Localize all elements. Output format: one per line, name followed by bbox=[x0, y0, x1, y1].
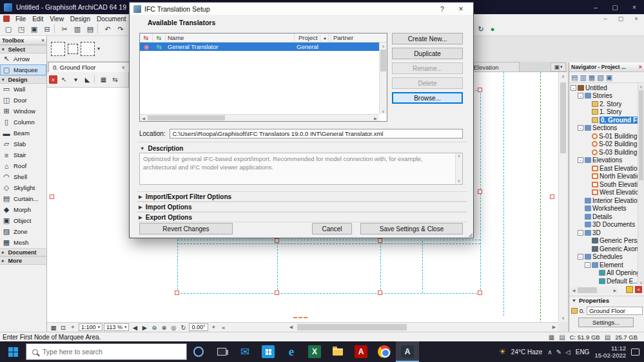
toolbox-item[interactable]: ▾ Design bbox=[0, 75, 46, 84]
description-section-header[interactable]: ▼ Description bbox=[139, 144, 183, 153]
layout-book-icon[interactable]: ▦ bbox=[589, 73, 595, 82]
toolbox-close-icon[interactable]: × bbox=[41, 37, 44, 43]
hotspot-marker[interactable] bbox=[275, 238, 279, 243]
toolbox-item[interactable]: ▣ Object bbox=[0, 215, 46, 226]
menu-item[interactable]: File bbox=[12, 15, 29, 23]
tab-ground-floor[interactable]: 0. Ground Floor × bbox=[48, 62, 130, 72]
close-button[interactable]: × bbox=[625, 0, 644, 14]
properties-panel-icon[interactable] bbox=[626, 286, 633, 293]
tree-item[interactable]: West Elevation bbox=[569, 189, 638, 197]
tree-item[interactable]: 1. Story bbox=[569, 108, 638, 117]
tree-item[interactable]: 0. Ground Floor bbox=[569, 116, 638, 124]
expand-box-icon[interactable]: - bbox=[578, 230, 583, 236]
toolbox-item[interactable]: ⊞ Window bbox=[0, 106, 46, 117]
pen-icon[interactable]: ✎ bbox=[556, 348, 561, 356]
expand-box-icon[interactable]: - bbox=[578, 125, 583, 131]
revert-changes-button[interactable]: Revert Changes bbox=[139, 223, 233, 234]
marquee-all-story-icon[interactable] bbox=[68, 44, 78, 54]
close-view-icon[interactable]: × bbox=[49, 75, 57, 84]
elevation-marker[interactable] bbox=[550, 195, 554, 199]
toolbox-item[interactable]: ▾ Select bbox=[0, 45, 46, 53]
previous-view-icon[interactable]: ◀ bbox=[130, 323, 139, 332]
navigator-settings-icon[interactable]: ▣ bbox=[606, 73, 612, 82]
tracker-icon[interactable]: ⌖ bbox=[68, 323, 77, 332]
scroll-left-icon[interactable]: ◀ bbox=[140, 115, 147, 121]
scroll-down-icon[interactable]: ∨ bbox=[456, 178, 462, 184]
start-button[interactable] bbox=[0, 341, 26, 362]
transfer-icon[interactable]: ⇆ bbox=[110, 75, 120, 84]
task-view-button[interactable] bbox=[210, 341, 233, 362]
view-map-icon[interactable]: ▥ bbox=[580, 73, 586, 82]
canvas-vertical-scrollbar[interactable]: ∧ ∨ bbox=[558, 72, 567, 322]
scrollbar-thumb[interactable] bbox=[578, 287, 597, 293]
scrollbar-thumb[interactable] bbox=[560, 82, 566, 153]
collapse-chevron-icon[interactable]: « bbox=[219, 323, 228, 332]
scale-select[interactable]: 1:100 ▾ bbox=[79, 323, 102, 331]
cancel-button[interactable]: Cancel bbox=[312, 223, 352, 234]
toolbox-item[interactable]: ≡ Stair bbox=[0, 149, 46, 160]
options-dropdown-icon[interactable]: ▾ bbox=[97, 46, 100, 52]
toolbox-item[interactable]: ◇ Skylight bbox=[0, 182, 46, 193]
edge-icon[interactable] bbox=[280, 341, 303, 362]
zoom-select[interactable]: 113 % ▾ bbox=[104, 323, 129, 331]
location-field[interactable]: C:\Users\Roopa\Graphisoft\IFC Translator… bbox=[170, 129, 463, 138]
collapsed-section-header[interactable]: ▶ Import/Export Filter Options bbox=[137, 191, 467, 202]
minimize-button[interactable]: – bbox=[586, 0, 605, 14]
toolbar-separator[interactable] bbox=[54, 24, 57, 33]
tree-item[interactable]: S-02 Building bbox=[569, 140, 638, 149]
properties-close-icon[interactable]: × bbox=[635, 286, 642, 293]
undo-icon[interactable]: ↶ bbox=[102, 24, 113, 35]
expand-box-icon[interactable]: - bbox=[571, 85, 576, 91]
export-column-icon[interactable]: ⇆ bbox=[153, 33, 166, 43]
toolbox-item[interactable]: ◠ Shell bbox=[0, 171, 46, 182]
tree-item[interactable]: - Untitled bbox=[569, 84, 638, 92]
tree-item[interactable]: East Elevation bbox=[569, 164, 638, 173]
toolbox-item[interactable]: ▱ Slab bbox=[0, 138, 46, 149]
expand-box-icon[interactable]: - bbox=[578, 157, 583, 163]
next-view-icon[interactable]: ▶ bbox=[140, 323, 149, 332]
properties-header[interactable]: ▼ Properties bbox=[569, 296, 644, 304]
toolbox-item[interactable]: ▸ Document bbox=[0, 248, 46, 256]
hotspot-marker[interactable] bbox=[478, 189, 482, 194]
archicad-icon[interactable] bbox=[396, 341, 419, 362]
cortana-button[interactable] bbox=[187, 341, 210, 362]
maximize-button[interactable]: ▢ bbox=[605, 0, 625, 14]
elevation-marker[interactable] bbox=[50, 195, 54, 199]
column-name[interactable]: Name bbox=[166, 33, 295, 43]
marquee-shape-icon[interactable] bbox=[81, 42, 95, 56]
marquee-single-story-icon[interactable] bbox=[51, 42, 65, 56]
dialog-help-button[interactable]: ? bbox=[435, 5, 449, 13]
copy-icon[interactable]: ▥ bbox=[72, 24, 83, 35]
trace-reference-icon[interactable]: ⊡ bbox=[59, 323, 68, 332]
hotspot-marker[interactable] bbox=[478, 291, 482, 295]
zoom-in-icon[interactable]: ⊕ bbox=[159, 323, 168, 332]
toolbox-item[interactable]: ↖ Arrow bbox=[0, 53, 46, 64]
navigator-close-icon[interactable]: × bbox=[639, 64, 642, 70]
grid-tool-icon[interactable]: ▦ bbox=[99, 75, 108, 84]
taskbar-clock[interactable]: 11:12 15-02-2022 bbox=[594, 345, 626, 359]
project-map-icon[interactable]: ▤ bbox=[571, 73, 578, 82]
tree-item[interactable]: Default E... bbox=[569, 277, 638, 285]
tree-item[interactable]: - Sections bbox=[569, 124, 638, 133]
language-indicator[interactable]: ENG bbox=[576, 348, 590, 356]
grid-snap-icon[interactable]: ▦ bbox=[49, 323, 58, 332]
doc-restore-button[interactable]: ▢ bbox=[613, 15, 629, 23]
duplicate-button[interactable]: Duplicate bbox=[392, 48, 463, 59]
toolbar-separator[interactable] bbox=[97, 24, 101, 33]
hotspot-marker[interactable] bbox=[378, 291, 382, 295]
tree-item[interactable]: 3D Documents bbox=[569, 221, 638, 229]
zoom-out-icon[interactable]: ⊖ bbox=[150, 323, 159, 332]
tree-item[interactable]: 2. Story bbox=[569, 100, 638, 108]
expand-box-icon[interactable]: - bbox=[578, 254, 583, 260]
create-new-button[interactable]: Create New... bbox=[392, 33, 463, 44]
resize-grip[interactable]: ◢ bbox=[468, 231, 473, 238]
tree-item[interactable]: South Elevation bbox=[569, 180, 638, 189]
tree-item[interactable]: - Element bbox=[569, 261, 638, 269]
canvas-horizontal-scrollbar[interactable]: ◀ ▶ bbox=[287, 322, 558, 332]
scrollbar-thumb[interactable] bbox=[148, 115, 225, 120]
hotspot-marker[interactable] bbox=[478, 88, 482, 92]
scrollbar-thumb[interactable] bbox=[380, 50, 386, 71]
menu-item[interactable]: View bbox=[46, 15, 67, 23]
outlook-icon[interactable] bbox=[233, 341, 257, 362]
orbit-icon[interactable]: ↻ bbox=[179, 323, 188, 332]
